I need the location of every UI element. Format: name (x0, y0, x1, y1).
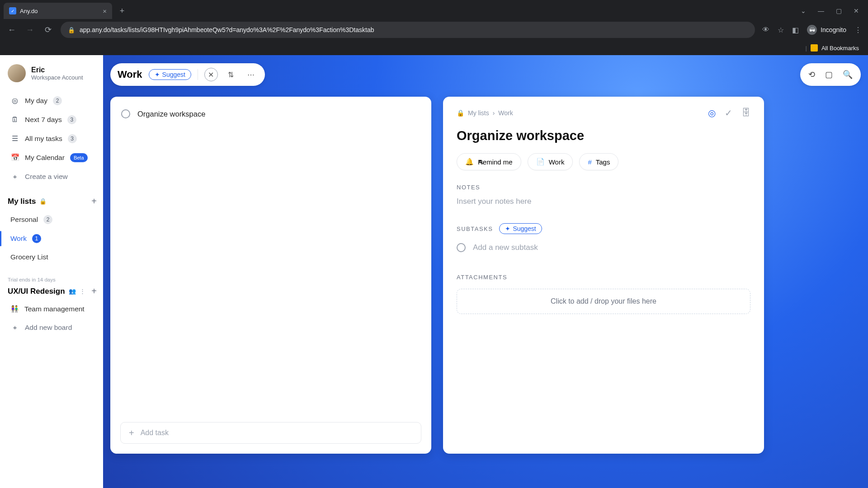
avatar (8, 64, 26, 82)
star-icon[interactable]: ☆ (778, 26, 784, 34)
attachments-dropzone[interactable]: Click to add / drop your files here (457, 289, 750, 314)
task-list-panel: Organize workspace + Add task (110, 97, 431, 454)
nav-my-day[interactable]: ◎ My day 2 (8, 92, 97, 109)
list-work[interactable]: Work 1 (8, 230, 97, 247)
filter-close-icon[interactable]: ✕ (204, 68, 218, 81)
main-area: Work ✦ Suggest ✕ ⇅ ⋯ ⟲ ▢ 🔍 Organize work… (103, 55, 868, 488)
profile-subtitle: Workspace Account (31, 74, 83, 81)
complete-icon[interactable]: ✓ (725, 108, 732, 118)
url-bar[interactable]: 🔒 app.any.do/tasks/lists/iG98HTIvgh9piAh… (61, 22, 755, 38)
more-icon[interactable]: ⋮ (80, 288, 85, 295)
trial-notice: Trial ends in 14 days (8, 277, 97, 282)
sparkle-icon: ✦ (155, 71, 160, 78)
nav-next-7-days[interactable]: 🗓 Next 7 days 3 (8, 111, 97, 128)
plus-icon: + (129, 428, 134, 438)
add-task-input[interactable]: + Add task (120, 422, 421, 444)
top-right-toolbar: ⟲ ▢ 🔍 (800, 63, 861, 86)
more-icon[interactable]: ⋯ (244, 68, 258, 81)
breadcrumb-leaf[interactable]: Work (498, 109, 513, 117)
lock-icon: 🔒 (39, 198, 47, 205)
list-title: Work (118, 69, 142, 80)
tab-title: Any.do (20, 8, 38, 14)
forward-icon: → (24, 25, 35, 35)
attachments-label: ATTACHMENTS (457, 274, 750, 281)
layout-icon[interactable]: ▢ (825, 70, 833, 80)
focus-icon[interactable]: ◎ (708, 108, 716, 118)
board-team-management[interactable]: 👫 Team management (8, 301, 97, 317)
calendar-next-icon: 🗓 (10, 115, 19, 124)
task-title: Organize workspace (137, 110, 205, 118)
list-chip[interactable]: 📄 Work (528, 153, 573, 170)
add-list-button[interactable]: + (91, 196, 97, 206)
calendar-icon: 📅 (10, 153, 19, 162)
count-badge: 2 (43, 215, 52, 224)
team-icon: 👫 (10, 305, 19, 313)
sidebar: Eric Workspace Account ◎ My day 2 🗓 Next… (0, 55, 103, 488)
bookmarks-folder-icon (811, 44, 818, 52)
nav-my-calendar[interactable]: 📅 My Calendar Beta (8, 149, 97, 166)
add-subtask-input[interactable]: Add a new subtask (457, 243, 750, 252)
reload-icon[interactable]: ⟳ (42, 25, 53, 35)
panel-icon[interactable]: ◧ (792, 26, 799, 34)
all-bookmarks-button[interactable]: All Bookmarks (821, 45, 859, 52)
close-tab-icon[interactable]: × (103, 7, 107, 15)
lock-icon: 🔒 (457, 109, 464, 117)
profile[interactable]: Eric Workspace Account (8, 64, 97, 82)
workspace-name: UX/UI Redesign (8, 287, 65, 296)
sync-icon[interactable]: ⟲ (808, 70, 815, 80)
subtasks-label: SUBTASKS (457, 225, 493, 232)
minimize-icon[interactable]: ― (818, 7, 824, 14)
beta-badge: Beta (70, 153, 88, 162)
add-new-board[interactable]: + Add new board (8, 319, 97, 336)
checkbox-icon[interactable] (121, 109, 130, 118)
profile-name: Eric (31, 66, 83, 74)
target-icon: ◎ (10, 96, 19, 105)
menu-icon[interactable]: ⋮ (854, 26, 862, 34)
breadcrumb-root[interactable]: My lists (468, 109, 489, 117)
nav-all-tasks[interactable]: ☰ All my tasks 3 (8, 130, 97, 147)
notes-label: NOTES (457, 184, 750, 191)
sparkle-icon: ✦ (505, 225, 510, 232)
checkbox-icon (457, 243, 466, 252)
document-icon: 📄 (536, 158, 545, 166)
chevron-down-icon[interactable]: ⌄ (801, 7, 806, 14)
my-lists-header: My lists (8, 197, 36, 206)
task-detail-panel: 🔒 My lists › Work ◎ ✓ 🗄 Organize workspa… (443, 97, 764, 454)
lock-icon: 🔒 (68, 27, 75, 33)
sort-icon[interactable]: ⇅ (224, 68, 238, 81)
detail-title[interactable]: Organize workspace (457, 128, 750, 143)
plus-icon: + (10, 323, 19, 332)
count-badge: 3 (68, 134, 77, 143)
list-personal[interactable]: Personal 2 (8, 211, 97, 228)
task-row[interactable]: Organize workspace (120, 108, 421, 120)
subtasks-suggest-button[interactable]: ✦ Suggest (499, 223, 542, 234)
list-grocery[interactable]: Grocery List (8, 249, 97, 265)
count-badge: 2 (53, 96, 62, 105)
notes-input[interactable]: Insert your notes here (457, 197, 750, 206)
nav-create-view[interactable]: + Create a view (8, 168, 97, 185)
suggest-button[interactable]: ✦ Suggest (149, 69, 191, 80)
close-window-icon[interactable]: ✕ (854, 7, 859, 14)
maximize-icon[interactable]: ▢ (836, 7, 842, 14)
remind-me-chip[interactable]: 🔔 Remind me (457, 153, 521, 170)
count-badge: 1 (32, 234, 41, 243)
new-tab-button[interactable]: + (116, 5, 128, 17)
tags-chip[interactable]: # Tags (579, 153, 618, 170)
list-icon: ☰ (10, 134, 19, 143)
hash-icon: # (588, 158, 591, 166)
archive-icon[interactable]: 🗄 (741, 108, 750, 118)
count-badge: 3 (67, 115, 76, 124)
people-icon[interactable]: 👥 (69, 288, 76, 295)
list-header: Work ✦ Suggest ✕ ⇅ ⋯ (110, 63, 265, 86)
incognito-icon: 🕶 (807, 25, 817, 35)
incognito-indicator: 🕶 Incognito (807, 25, 846, 35)
favicon-icon: ✓ (9, 7, 16, 14)
search-icon[interactable]: 🔍 (843, 70, 853, 80)
back-icon[interactable]: ← (6, 25, 17, 35)
plus-icon: + (10, 172, 19, 181)
eye-off-icon[interactable]: 👁 (762, 26, 769, 34)
browser-tab[interactable]: ✓ Any.do × (4, 3, 112, 19)
url-text: app.any.do/tasks/lists/iG98HTIvgh9piAhmb… (80, 26, 374, 33)
add-workspace-item-button[interactable]: + (91, 286, 97, 296)
bell-icon: 🔔 (465, 158, 474, 166)
